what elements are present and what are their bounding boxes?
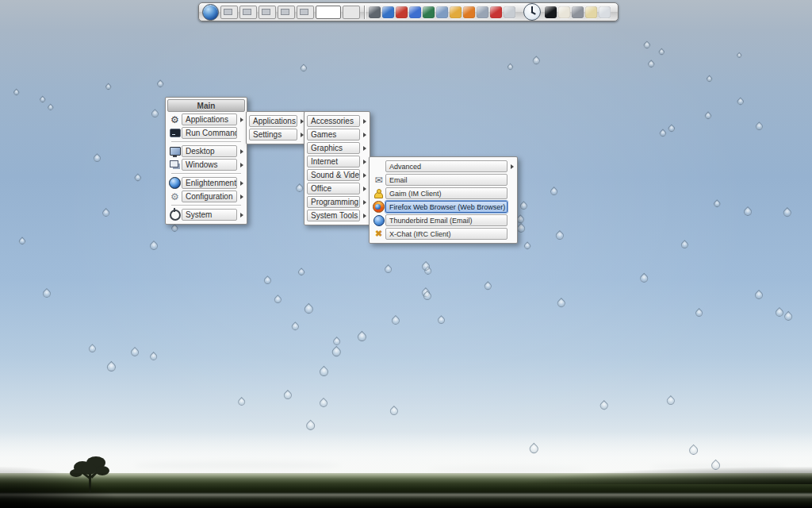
pager-slot[interactable] [343, 6, 360, 19]
arrow-spacer [508, 201, 515, 213]
arrow-spacer [508, 214, 515, 226]
menu-item-label: Applications [253, 117, 296, 125]
pager-slot[interactable] [259, 6, 276, 19]
printer-icon[interactable] [599, 6, 611, 18]
menu-item-label: Settings [253, 130, 282, 139]
menu-item-label: Programming [311, 198, 358, 206]
app-icon[interactable] [396, 6, 408, 18]
submenu-arrow-icon [360, 142, 367, 154]
menu-item-advanced[interactable]: Advanced [372, 160, 515, 172]
app-icon[interactable] [463, 6, 475, 18]
xchat-icon: ✖ [372, 228, 385, 240]
menu-item-box: Gaim (IM Client) [385, 187, 508, 199]
pager-slot[interactable] [297, 6, 314, 19]
menu-item-sound-video[interactable]: Sound & Video [307, 169, 367, 181]
mail-icon[interactable] [558, 6, 570, 18]
pager-slot-active[interactable] [316, 6, 341, 19]
menu-item-thunderbird[interactable]: Thunderbird Email (Email) [372, 214, 515, 226]
desktop-icon [168, 145, 182, 157]
clock-icon[interactable] [523, 3, 541, 21]
menu-item-accessories[interactable]: Accessories [307, 115, 367, 127]
menu-item-box: Desktop [182, 145, 237, 157]
menu-item-enlightenment[interactable]: Enlightenment [168, 177, 244, 189]
menu-item-internet[interactable]: Internet [307, 156, 367, 167]
menu-item-applications-sub[interactable]: Applications [249, 115, 304, 127]
enlightenment-logo-icon[interactable] [202, 4, 219, 21]
app-icon[interactable] [585, 6, 597, 18]
email-icon: ✉ [372, 174, 385, 186]
run-command-icon [168, 127, 182, 139]
menu-item-xchat[interactable]: ✖ X-Chat (IRC Client) [372, 228, 515, 240]
menu-item-desktop[interactable]: Desktop [168, 145, 244, 157]
arrow-spacer [508, 174, 515, 186]
menu-item-label: Windows [186, 160, 218, 169]
menu-item-box: X-Chat (IRC Client) [385, 228, 508, 240]
menu-item-box: Applications [249, 115, 297, 127]
submenu-arrow-icon [237, 145, 244, 157]
menu-item-system[interactable]: System [168, 209, 244, 221]
thunderbird-icon [372, 214, 385, 226]
menu-item-gaim[interactable]: Gaim (IM Client) [372, 187, 515, 199]
menu-item-office[interactable]: Office [307, 183, 367, 194]
panel-separator [364, 6, 365, 19]
app-icon[interactable] [369, 6, 381, 18]
app-icon[interactable] [409, 6, 421, 18]
menu-separator [171, 141, 241, 143]
submenu-arrow-icon [237, 209, 244, 221]
menu-item-label: Enlightenment [186, 179, 236, 187]
wallpaper[interactable] [0, 0, 812, 508]
menu-item-label: Games [311, 130, 336, 139]
submenu-arrow-icon [360, 115, 367, 127]
terminal-icon[interactable] [545, 6, 557, 18]
pager-slot[interactable] [239, 6, 257, 19]
menu-item-graphics[interactable]: Graphics [307, 142, 367, 154]
main-menu: Main ⚙ Applications Run Command Desktop … [165, 97, 247, 225]
web-browser-icon[interactable] [382, 6, 394, 18]
submenu-arrow-icon [237, 114, 244, 125]
menu-item-programming[interactable]: Programming [307, 196, 367, 208]
pager-slot[interactable] [220, 6, 238, 19]
menu-item-box: Sound & Video [307, 169, 360, 181]
icon-spacer [372, 160, 385, 172]
menu-item-box: Run Command [182, 127, 237, 139]
pager-slot[interactable] [278, 6, 295, 19]
categories-submenu: Accessories Games Graphics Internet Soun… [304, 111, 370, 225]
menu-item-box: Thunderbird Email (Email) [385, 214, 508, 226]
menu-item-system-tools[interactable]: System Tools [307, 210, 367, 221]
menu-item-label: Desktop [186, 147, 215, 156]
app-icon[interactable] [504, 6, 515, 18]
menu-item-box: Email [385, 174, 508, 186]
menu-item-label: Applications [186, 115, 228, 124]
menu-item-settings[interactable]: Settings [249, 129, 304, 140]
panel-app-icons-left [369, 6, 515, 18]
panel-app-icons-right [545, 6, 611, 18]
menu-item-box: Accessories [307, 115, 360, 127]
menu-item-label: Graphics [311, 144, 343, 152]
app-icon[interactable] [436, 6, 448, 18]
menu-item-label: Internet [311, 157, 338, 166]
menu-item-run-command[interactable]: Run Command [168, 127, 244, 139]
main-menu-title: Main [167, 99, 245, 112]
menu-item-firefox[interactable]: Firefox Web Browser (Web Browser) [372, 201, 515, 213]
app-icon[interactable] [477, 6, 488, 18]
enlightenment-icon [168, 177, 182, 189]
submenu-arrow-icon [237, 177, 244, 189]
menu-item-games[interactable]: Games [307, 129, 367, 140]
camera-icon[interactable] [572, 6, 584, 18]
menu-item-windows[interactable]: Windows [168, 159, 244, 171]
submenu-arrow-icon [508, 160, 515, 172]
tree-silhouette [67, 452, 116, 492]
desktop[interactable]: Main ⚙ Applications Run Command Desktop … [0, 0, 812, 508]
menu-item-box: Windows [182, 159, 237, 171]
menu-item-applications[interactable]: ⚙ Applications [168, 114, 244, 125]
cut-icon[interactable] [490, 6, 502, 18]
menu-item-configuration[interactable]: ⚙ Configuration [168, 190, 244, 202]
menu-item-email[interactable]: ✉ Email [372, 174, 515, 186]
menu-item-label: X-Chat (IRC Client) [389, 230, 451, 238]
menu-item-label: Run Command [186, 129, 237, 137]
folder-icon[interactable] [450, 6, 462, 18]
menu-item-box: Graphics [307, 142, 360, 154]
internet-submenu: Advanced ✉ Email Gaim (IM Client) Firefo… [369, 156, 518, 244]
terminal-icon[interactable] [423, 6, 435, 18]
windows-icon [168, 159, 182, 171]
